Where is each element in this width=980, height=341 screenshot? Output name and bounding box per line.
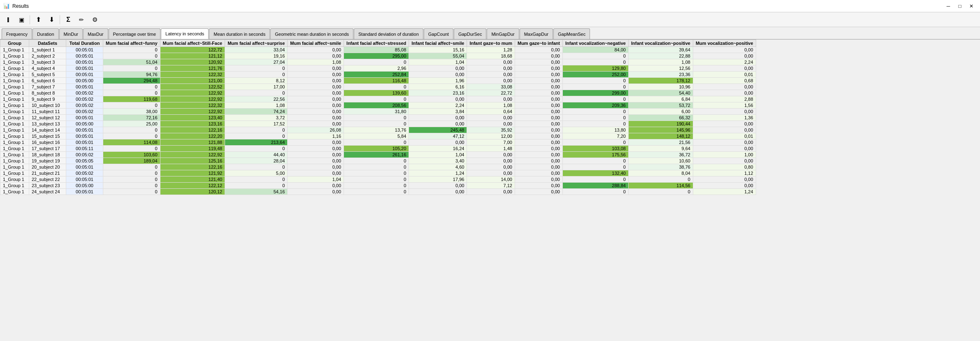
cell-data: 175,56	[562, 152, 628, 158]
cell-data: 0	[103, 164, 160, 170]
table-row[interactable]: 1_Group 119_subject 1900:05:05189,04125,…	[0, 158, 756, 164]
col-header-infant_facial_affect_smile: Infant facial affect~smile	[409, 40, 467, 47]
cell-data: 123,40	[160, 115, 225, 121]
table-row[interactable]: 1_Group 114_subject 1400:05:010122,16026…	[0, 127, 756, 133]
table-row[interactable]: 1_Group 111_subject 1100:05:0238,00122,9…	[0, 109, 756, 115]
cell-data: 123,16	[160, 121, 225, 127]
cell-data: 0	[562, 189, 628, 195]
cell-data: 17,96	[409, 176, 467, 183]
sum-button[interactable]: Σ	[63, 14, 74, 26]
cell-data: 0,00	[467, 158, 515, 164]
tab-gapDurSec[interactable]: GapDurSec	[454, 28, 486, 39]
cell-data: 121,92	[160, 170, 225, 176]
table-row[interactable]: 1_Group 16_subject 600:05:00294,48121,00…	[0, 78, 756, 84]
table-row[interactable]: 1_Group 122_subject 2200:05:010121,4001,…	[0, 176, 756, 183]
cell-data: 122,32	[160, 72, 225, 78]
cell-data: 0	[562, 84, 628, 90]
import-button[interactable]: ⬆	[33, 14, 44, 26]
tab-maxDur[interactable]: MaxDur	[83, 28, 108, 39]
cell-data: 22,56	[225, 96, 288, 102]
tab-gapMeanSec[interactable]: GapMeanSec	[553, 28, 590, 39]
table-row[interactable]: 1_Group 121_subject 2100:05:020121,925,0…	[0, 170, 756, 176]
table-row[interactable]: 1_Group 18_subject 800:05:020122,9200,00…	[0, 90, 756, 96]
cell-data: 0	[344, 59, 409, 65]
settings-icon: ⚙	[92, 16, 98, 23]
tab-latencyInSeconds[interactable]: Latency in seconds	[161, 28, 209, 39]
table-container[interactable]: GroupDataSetsTotal DurationMum facial af…	[0, 39, 980, 341]
col-header-infant_gaze_to_mum: Infant gaze~to mum	[467, 40, 515, 47]
table-row[interactable]: 1_Group 124_subject 2400:05:010120,1254,…	[0, 189, 756, 195]
cell-data: 0	[562, 176, 628, 183]
cell-data: 0	[103, 65, 160, 72]
cell-data: 1,24	[693, 189, 756, 195]
columns-button[interactable]: ⫿	[2, 14, 14, 26]
cell-data: 119,68	[103, 96, 160, 102]
cell-data: 0,00	[515, 96, 562, 102]
edit-icon: ✏	[79, 16, 84, 23]
cell-data: 21,56	[628, 139, 693, 146]
cell-data: 116,48	[344, 78, 409, 84]
cell-data: 7,00	[467, 139, 515, 146]
cell-group: 1_Group 1	[0, 127, 29, 133]
table-row[interactable]: 1_Group 14_subject 400:05:010121,7600,00…	[0, 65, 756, 72]
cell-data: 0	[103, 189, 160, 195]
tab-percentageOverTime[interactable]: Percentage over time	[109, 28, 161, 39]
cell-data: 3,72	[225, 115, 288, 121]
select-button[interactable]: ▣	[16, 14, 27, 26]
table-row[interactable]: 1_Group 123_subject 2300:05:000122,1200,…	[0, 183, 756, 189]
settings-button[interactable]: ⚙	[89, 14, 100, 26]
cell-data: 0,00	[693, 90, 756, 96]
cell-total-duration: 00:05:01	[66, 164, 103, 170]
edit-button[interactable]: ✏	[76, 14, 87, 26]
cell-data: 0,00	[515, 164, 562, 170]
cell-group: 1_Group 1	[0, 96, 29, 102]
tab-gapCount[interactable]: GapCount	[424, 28, 453, 39]
cell-total-duration: 00:05:01	[66, 59, 103, 65]
select-icon: ▣	[19, 16, 24, 23]
tab-meanDuration[interactable]: Mean duration in seconds	[209, 28, 270, 39]
table-row[interactable]: 1_Group 115_subject 1500:05:010122,2001,…	[0, 133, 756, 139]
cell-data: 85,08	[344, 47, 409, 53]
cell-data: 145,96	[628, 127, 693, 133]
close-button[interactable]: ✕	[966, 2, 977, 10]
maximize-button[interactable]: □	[954, 2, 965, 10]
table-row[interactable]: 1_Group 116_subject 1600:05:01114,08121,…	[0, 139, 756, 146]
table-row[interactable]: 1_Group 110_subject 1000:05:020122,321,0…	[0, 102, 756, 109]
cell-data: 72,16	[103, 115, 160, 121]
cell-data: 122,72	[160, 47, 225, 53]
cell-data: 0	[628, 176, 693, 183]
cell-total-duration: 00:05:00	[66, 78, 103, 84]
cell-data: 13,80	[562, 127, 628, 133]
table-row[interactable]: 1_Group 112_subject 1200:05:0172,16123,4…	[0, 115, 756, 121]
table-row[interactable]: 1_Group 118_subject 1800:05:02103,60122,…	[0, 152, 756, 158]
tab-stdDev[interactable]: Standard deviation of duration	[354, 28, 423, 39]
cell-data: 6,16	[409, 84, 467, 90]
table-row[interactable]: 1_Group 12_subject 200:05:010121,1219,16…	[0, 53, 756, 59]
table-row[interactable]: 1_Group 113_subject 1300:05:0025,00123,1…	[0, 121, 756, 127]
cell-data: 0,00	[288, 146, 344, 152]
cell-data: 252,84	[344, 72, 409, 78]
table-row[interactable]: 1_Group 13_subject 300:05:0151,04120,922…	[0, 59, 756, 65]
cell-data: 5,84	[344, 133, 409, 139]
cell-group: 1_Group 1	[0, 102, 29, 109]
tab-minDur[interactable]: MinDur	[59, 28, 83, 39]
table-row[interactable]: 1_Group 19_subject 900:05:02119,68122,92…	[0, 96, 756, 102]
col-header-mum_gaze_to_infant: Mum gaze~to infant	[515, 40, 562, 47]
cell-data: 261,16	[344, 152, 409, 158]
tab-minGapDur[interactable]: MinGapDur	[487, 28, 519, 39]
cell-data: 26,08	[288, 127, 344, 133]
table-row[interactable]: 1_Group 117_subject 1700:05:110119,4800,…	[0, 146, 756, 152]
tab-maxGapDur[interactable]: MaxGapDur	[520, 28, 553, 39]
cell-data: 0,00	[467, 78, 515, 84]
cell-data: 4,60	[409, 164, 467, 170]
table-row[interactable]: 1_Group 17_subject 700:05:010122,5217,00…	[0, 84, 756, 90]
tab-frequency[interactable]: Frequency	[2, 28, 32, 39]
cell-data: 0,00	[288, 109, 344, 115]
export-button[interactable]: ⬇	[46, 14, 57, 26]
table-row[interactable]: 1_Group 120_subject 2000:05:010122,1600,…	[0, 164, 756, 170]
table-row[interactable]: 1_Group 15_subject 500:05:0194,76122,320…	[0, 72, 756, 78]
tab-duration[interactable]: Duration	[33, 28, 59, 39]
minimize-button[interactable]: ─	[943, 2, 954, 10]
tab-geometricMean[interactable]: Geometric mean duration in seconds	[270, 28, 353, 39]
table-row[interactable]: 1_Group 11_subject 100:05:010122,7233,04…	[0, 47, 756, 53]
